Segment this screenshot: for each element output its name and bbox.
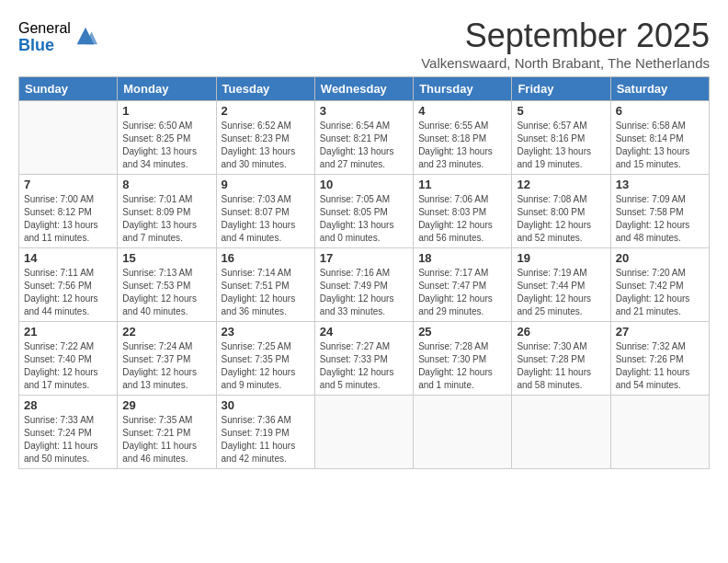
cell-sunset: Sunset: 8:00 PM: [517, 207, 585, 217]
cell-info: Sunrise: 7:27 AMSunset: 7:33 PMDaylight:…: [320, 340, 408, 392]
cell-sunrise: Sunrise: 7:22 AM: [24, 341, 94, 351]
cell-sunset: Sunset: 7:44 PM: [517, 281, 585, 291]
cell-info: Sunrise: 7:36 AMSunset: 7:19 PMDaylight:…: [222, 414, 310, 465]
cell-daylight: Daylight: 12 hours and 9 minutes.: [222, 367, 296, 390]
cell-info: Sunrise: 7:25 AMSunset: 7:35 PMDaylight:…: [222, 340, 310, 392]
cell-sunset: Sunset: 7:47 PM: [418, 281, 486, 291]
cell-sunset: Sunset: 7:53 PM: [122, 281, 190, 291]
calendar-cell: 1Sunrise: 6:50 AMSunset: 8:25 PMDaylight…: [118, 101, 216, 175]
cell-daylight: Daylight: 12 hours and 36 minutes.: [222, 293, 296, 316]
calendar-cell: 18Sunrise: 7:17 AMSunset: 7:47 PMDayligh…: [414, 248, 512, 322]
cell-sunrise: Sunrise: 6:57 AM: [517, 121, 586, 131]
cell-sunrise: Sunrise: 6:55 AM: [418, 121, 488, 131]
calendar-cell: [19, 101, 118, 175]
col-saturday: Saturday: [610, 77, 709, 101]
cell-sunset: Sunset: 7:42 PM: [616, 281, 684, 291]
cell-sunrise: Sunrise: 6:50 AM: [122, 121, 192, 131]
cell-info: Sunrise: 7:35 AMSunset: 7:21 PMDaylight:…: [122, 414, 210, 465]
cell-info: Sunrise: 7:22 AMSunset: 7:40 PMDaylight:…: [24, 340, 112, 392]
cell-sunrise: Sunrise: 6:54 AM: [320, 121, 390, 131]
cell-info: Sunrise: 7:14 AMSunset: 7:51 PMDaylight:…: [222, 267, 310, 318]
cell-info: Sunrise: 7:11 AMSunset: 7:56 PMDaylight:…: [24, 267, 112, 318]
cell-date-number: 9: [222, 178, 310, 191]
cell-sunset: Sunset: 8:23 PM: [222, 133, 290, 144]
col-wednesday: Wednesday: [314, 77, 413, 101]
cell-sunset: Sunset: 8:21 PM: [320, 133, 388, 144]
cell-sunrise: Sunrise: 7:20 AM: [616, 268, 686, 278]
cell-daylight: Daylight: 12 hours and 52 minutes.: [517, 220, 591, 243]
cell-sunrise: Sunrise: 7:25 AM: [222, 341, 291, 351]
col-thursday: Thursday: [414, 77, 512, 101]
col-sunday: Sunday: [19, 77, 118, 101]
calendar-cell: 22Sunrise: 7:24 AMSunset: 7:37 PMDayligh…: [118, 322, 216, 396]
cell-date-number: 11: [418, 178, 506, 191]
cell-daylight: Daylight: 12 hours and 13 minutes.: [122, 367, 197, 390]
cell-date-number: 10: [320, 178, 408, 191]
cell-date-number: 6: [616, 104, 704, 118]
calendar-cell: 6Sunrise: 6:58 AMSunset: 8:14 PMDaylight…: [610, 101, 709, 175]
cell-sunrise: Sunrise: 7:05 AM: [320, 194, 390, 204]
cell-info: Sunrise: 7:16 AMSunset: 7:49 PMDaylight:…: [320, 267, 408, 318]
logo-icon: [73, 23, 98, 49]
cell-date-number: 17: [320, 251, 408, 265]
cell-sunrise: Sunrise: 7:28 AM: [418, 341, 488, 351]
cell-date-number: 21: [24, 325, 112, 339]
cell-daylight: Daylight: 12 hours and 40 minutes.: [122, 293, 197, 316]
cell-sunset: Sunset: 8:03 PM: [418, 207, 486, 217]
cell-sunrise: Sunrise: 7:16 AM: [320, 268, 390, 278]
cell-info: Sunrise: 6:58 AMSunset: 8:14 PMDaylight:…: [616, 120, 704, 171]
calendar-cell: 21Sunrise: 7:22 AMSunset: 7:40 PMDayligh…: [19, 322, 118, 396]
cell-daylight: Daylight: 13 hours and 7 minutes.: [122, 220, 197, 243]
calendar-cell: 29Sunrise: 7:35 AMSunset: 7:21 PMDayligh…: [118, 396, 216, 469]
cell-sunrise: Sunrise: 7:03 AM: [222, 194, 291, 204]
logo-general: General: [18, 20, 71, 37]
calendar-cell: 12Sunrise: 7:08 AMSunset: 8:00 PMDayligh…: [512, 175, 610, 248]
cell-date-number: 19: [517, 251, 605, 265]
cell-info: Sunrise: 6:57 AMSunset: 8:16 PMDaylight:…: [517, 120, 605, 171]
cell-daylight: Daylight: 12 hours and 44 minutes.: [24, 293, 98, 316]
col-monday: Monday: [118, 77, 216, 101]
cell-daylight: Daylight: 13 hours and 27 minutes.: [320, 146, 394, 169]
calendar-cell: 13Sunrise: 7:09 AMSunset: 7:58 PMDayligh…: [610, 175, 709, 248]
cell-info: Sunrise: 7:03 AMSunset: 8:07 PMDaylight:…: [222, 193, 310, 245]
calendar-cell: 25Sunrise: 7:28 AMSunset: 7:30 PMDayligh…: [414, 322, 512, 396]
cell-daylight: Daylight: 11 hours and 50 minutes.: [24, 441, 98, 464]
cell-daylight: Daylight: 12 hours and 21 minutes.: [616, 293, 690, 316]
cell-info: Sunrise: 7:19 AMSunset: 7:44 PMDaylight:…: [517, 267, 605, 318]
calendar-week-1: 1Sunrise: 6:50 AMSunset: 8:25 PMDaylight…: [19, 101, 710, 175]
cell-info: Sunrise: 7:28 AMSunset: 7:30 PMDaylight:…: [418, 340, 506, 392]
header: General Blue September 2025 Valkenswaard…: [18, 17, 710, 71]
cell-date-number: 4: [418, 104, 506, 118]
cell-daylight: Daylight: 12 hours and 29 minutes.: [418, 293, 493, 316]
cell-sunset: Sunset: 8:05 PM: [320, 207, 388, 217]
cell-date-number: 18: [418, 251, 506, 265]
cell-date-number: 14: [24, 251, 112, 265]
calendar-cell: 28Sunrise: 7:33 AMSunset: 7:24 PMDayligh…: [19, 396, 118, 469]
cell-date-number: 28: [24, 398, 112, 412]
calendar-cell: 7Sunrise: 7:00 AMSunset: 8:12 PMDaylight…: [19, 175, 118, 248]
cell-sunrise: Sunrise: 6:52 AM: [222, 121, 291, 131]
cell-date-number: 12: [517, 178, 605, 191]
calendar-week-4: 21Sunrise: 7:22 AMSunset: 7:40 PMDayligh…: [19, 322, 710, 396]
cell-info: Sunrise: 7:01 AMSunset: 8:09 PMDaylight:…: [122, 193, 210, 245]
cell-date-number: 24: [320, 325, 408, 339]
cell-date-number: 15: [122, 251, 210, 265]
calendar-cell: 11Sunrise: 7:06 AMSunset: 8:03 PMDayligh…: [414, 175, 512, 248]
col-friday: Friday: [512, 77, 610, 101]
calendar-cell: 19Sunrise: 7:19 AMSunset: 7:44 PMDayligh…: [512, 248, 610, 322]
cell-daylight: Daylight: 12 hours and 33 minutes.: [320, 293, 394, 316]
calendar-cell: 16Sunrise: 7:14 AMSunset: 7:51 PMDayligh…: [216, 248, 314, 322]
cell-sunset: Sunset: 7:33 PM: [320, 354, 388, 364]
calendar-cell: 5Sunrise: 6:57 AMSunset: 8:16 PMDaylight…: [512, 101, 610, 175]
calendar-cell: 4Sunrise: 6:55 AMSunset: 8:18 PMDaylight…: [414, 101, 512, 175]
calendar-cell: 8Sunrise: 7:01 AMSunset: 8:09 PMDaylight…: [118, 175, 216, 248]
cell-sunrise: Sunrise: 7:32 AM: [616, 341, 686, 351]
cell-info: Sunrise: 7:30 AMSunset: 7:28 PMDaylight:…: [517, 340, 605, 392]
cell-daylight: Daylight: 11 hours and 54 minutes.: [616, 367, 690, 390]
calendar-cell: 2Sunrise: 6:52 AMSunset: 8:23 PMDaylight…: [216, 101, 314, 175]
cell-date-number: 23: [222, 325, 310, 339]
page: General Blue September 2025 Valkenswaard…: [0, 0, 728, 478]
cell-info: Sunrise: 6:50 AMSunset: 8:25 PMDaylight:…: [122, 120, 210, 171]
cell-date-number: 30: [222, 398, 310, 412]
calendar-cell: [314, 396, 413, 469]
